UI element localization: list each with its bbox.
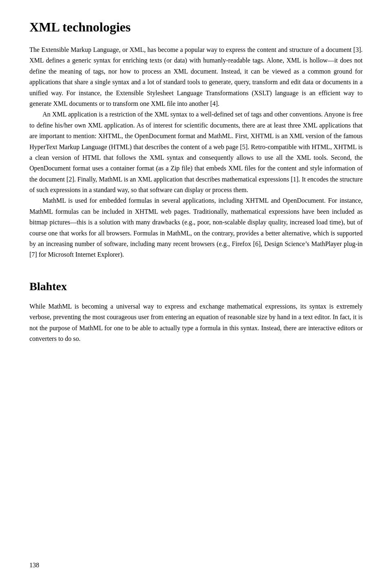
- xml-technologies-title: XML technologies: [29, 20, 363, 35]
- paragraph-2: An XML application is a restriction of t…: [29, 109, 363, 195]
- blahtex-section: Blahtex While MathML is becoming a unive…: [29, 280, 363, 345]
- page-number: 138: [29, 562, 39, 569]
- paragraph-4: While MathML is becoming a universal way…: [29, 301, 363, 345]
- paragraph-3: MathML is used for embedded formulas in …: [29, 195, 363, 260]
- page: XML technologies The Extensible Markup L…: [0, 0, 392, 582]
- paragraph-1: The Extensible Markup Language, or XML, …: [29, 45, 363, 109]
- blahtex-title: Blahtex: [29, 280, 363, 293]
